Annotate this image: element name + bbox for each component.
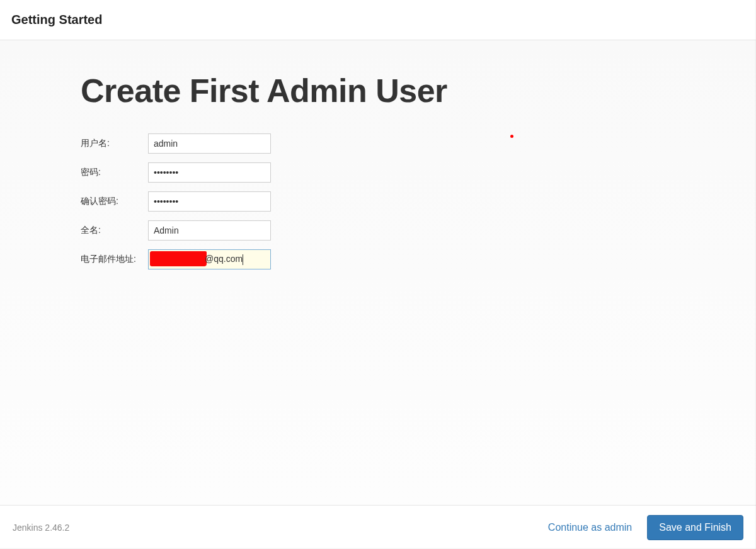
footer: Jenkins 2.46.2 Continue as admin Save an… <box>0 505 756 549</box>
redacted-overlay <box>150 251 207 266</box>
confirm-password-label: 确认密码: <box>81 196 148 207</box>
email-input-wrapper[interactable]: @qq.com <box>148 249 271 269</box>
form-row-username: 用户名: <box>81 133 756 154</box>
form-row-confirm-password: 确认密码: <box>81 191 756 212</box>
form-row-fullname: 全名: <box>81 220 756 241</box>
username-input[interactable] <box>148 133 271 154</box>
password-label: 密码: <box>81 167 148 178</box>
email-visible-suffix: @qq.com <box>205 254 243 265</box>
text-cursor <box>243 254 243 265</box>
form-row-email: 电子邮件地址: @qq.com <box>81 249 756 269</box>
header: Getting Started <box>0 0 756 40</box>
version-label: Jenkins 2.46.2 <box>13 523 69 533</box>
content-area: Create First Admin User 用户名: 密码: 确认密码: 全… <box>0 40 756 506</box>
admin-user-form: 用户名: 密码: 确认密码: 全名: 电子邮件地址: @qq.com <box>81 133 756 269</box>
header-title: Getting Started <box>11 13 745 27</box>
email-label: 电子邮件地址: <box>81 254 148 265</box>
fullname-label: 全名: <box>81 225 148 236</box>
form-row-password: 密码: <box>81 162 756 183</box>
footer-actions: Continue as admin Save and Finish <box>548 515 743 540</box>
username-label: 用户名: <box>81 138 148 149</box>
fullname-input[interactable] <box>148 220 271 241</box>
password-input[interactable] <box>148 162 271 183</box>
red-dot-mark <box>510 135 513 138</box>
continue-as-admin-button[interactable]: Continue as admin <box>548 522 632 533</box>
page-heading: Create First Admin User <box>81 72 756 110</box>
save-and-finish-button[interactable]: Save and Finish <box>647 515 743 540</box>
confirm-password-input[interactable] <box>148 191 271 212</box>
